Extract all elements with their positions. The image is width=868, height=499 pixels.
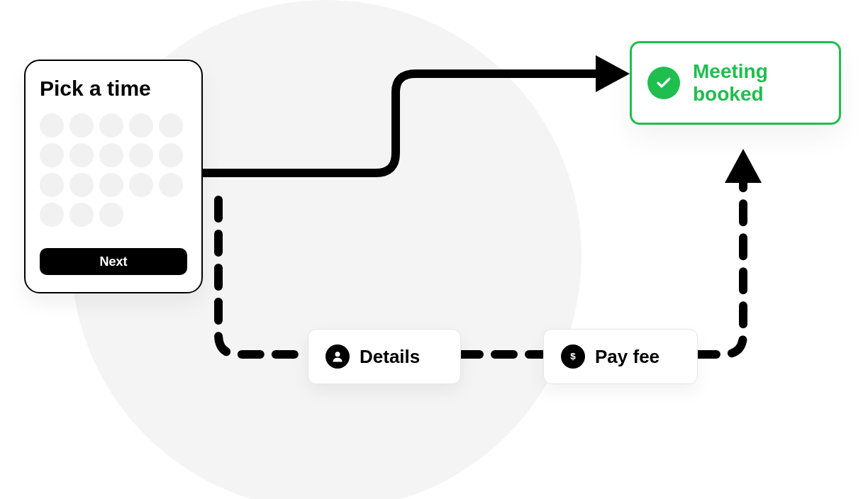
payfee-step: $ Pay fee: [543, 329, 698, 384]
time-slot-dot[interactable]: [129, 173, 153, 197]
pick-time-card: Pick a time Next: [24, 60, 203, 293]
svg-text:$: $: [570, 351, 576, 361]
time-slot-dot[interactable]: [129, 143, 153, 167]
time-slot-dot[interactable]: [159, 173, 183, 197]
dashed-arrowhead: [725, 149, 762, 183]
time-slot-dot[interactable]: [40, 203, 64, 227]
time-slot-dot[interactable]: [69, 173, 94, 197]
payfee-step-label: Pay fee: [595, 346, 660, 368]
time-slot-dot[interactable]: [159, 143, 183, 167]
time-slot-grid: [40, 113, 187, 227]
time-slot-dot[interactable]: [99, 173, 123, 197]
time-slot-dot[interactable]: [40, 113, 64, 138]
next-button[interactable]: Next: [40, 248, 187, 275]
check-icon: [647, 67, 680, 99]
time-slot-dot[interactable]: [69, 203, 94, 227]
dashed-flow-segment-3: [698, 180, 743, 354]
time-slot-dot[interactable]: [129, 113, 153, 138]
details-step: Details: [308, 329, 461, 384]
svg-point-0: [335, 352, 340, 357]
time-slot-dot[interactable]: [69, 143, 94, 167]
time-slot-dot[interactable]: [99, 113, 123, 138]
time-slot-dot[interactable]: [159, 113, 183, 138]
meeting-booked-card: Meeting booked: [630, 41, 841, 125]
meeting-booked-label: Meeting booked: [693, 60, 823, 106]
pick-time-title: Pick a time: [40, 77, 187, 101]
time-slot-dot[interactable]: [40, 143, 64, 167]
time-slot-dot[interactable]: [99, 143, 123, 167]
time-slot-dot[interactable]: [69, 113, 94, 138]
details-step-label: Details: [360, 346, 420, 368]
time-slot-dot[interactable]: [40, 173, 64, 197]
person-icon: [326, 344, 350, 369]
solid-arrowhead: [596, 55, 630, 92]
time-slot-dot[interactable]: [99, 203, 123, 227]
dollar-icon: $: [561, 344, 585, 369]
